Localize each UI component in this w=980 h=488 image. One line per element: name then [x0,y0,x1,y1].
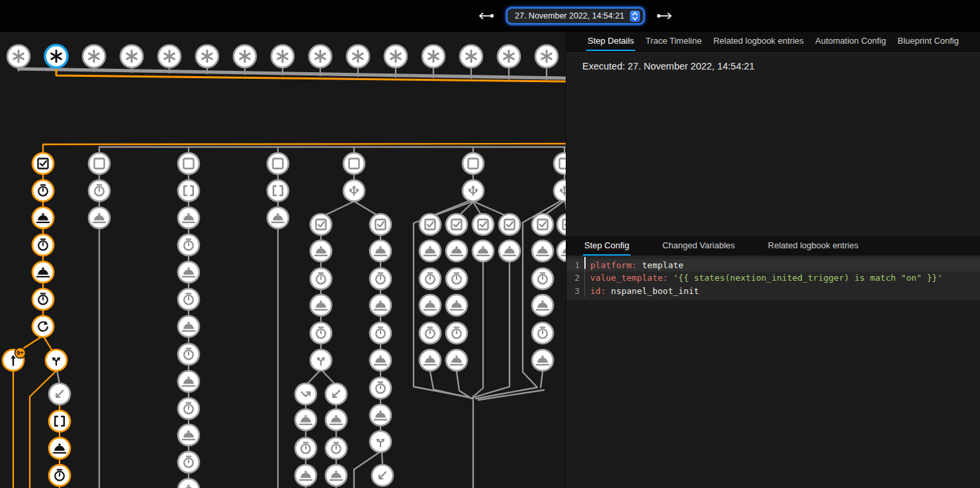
node-service-call[interactable] [370,240,391,262]
node-checkbox-blank[interactable] [89,153,110,174]
node-service-call[interactable] [370,295,391,316]
node-asterisk[interactable] [535,45,558,68]
node-service-call[interactable] [178,479,199,488]
node-timer[interactable] [295,438,316,459]
tab-trace-timeline[interactable]: Trace Timeline [645,32,703,51]
node-service-call[interactable] [420,350,441,371]
tab-step-details[interactable]: Step Details [586,32,635,51]
node-checkbox-blank[interactable] [267,153,289,174]
tab-changed-variables[interactable]: Changed Variables [661,236,736,256]
node-service-call[interactable] [32,262,54,283]
node-timer[interactable] [446,268,467,289]
tab-blueprint-config[interactable]: Blueprint Config [896,32,960,51]
node-timer[interactable] [178,234,199,256]
node-asterisk[interactable] [422,45,445,68]
node-arrow-bottom-left[interactable] [326,383,347,405]
node-service-call[interactable] [326,409,347,430]
node-checkbox-marked[interactable] [499,214,520,235]
node-timer[interactable] [370,322,391,344]
node-asterisk[interactable] [120,45,143,68]
node-code-brackets[interactable] [178,180,199,201]
node-timer[interactable] [89,180,110,201]
node-timer[interactable] [420,322,441,344]
node-service-call[interactable] [89,207,110,228]
node-service-call[interactable] [32,207,54,228]
node-timer[interactable] [32,234,54,256]
node-service-call[interactable] [178,424,199,446]
node-timer[interactable] [49,465,70,486]
node-split[interactable] [46,350,67,371]
node-checkbox-marked[interactable] [557,214,566,235]
node-checkbox-marked[interactable] [446,214,467,235]
node-asterisk[interactable] [234,45,256,68]
node-timer[interactable] [446,322,467,344]
node-arrow-bottom-left[interactable] [372,465,393,486]
node-service-call[interactable] [532,295,553,316]
node-timer[interactable] [178,344,199,365]
tab-related-logbook-entries[interactable]: Related logbook entries [712,32,805,51]
node-service-call[interactable] [370,350,391,371]
node-timer[interactable] [178,452,199,473]
node-checkbox-marked[interactable] [370,214,391,235]
node-arrow-bottom-left[interactable] [49,383,70,405]
node-asterisk[interactable] [158,45,181,68]
node-timer[interactable] [310,322,332,344]
node-service-call[interactable] [310,295,332,316]
node-choose[interactable] [463,180,484,201]
run-selector-dropdown[interactable]: 27. November 2022, 14:54:21 [506,7,645,24]
node-choose[interactable] [554,180,566,201]
node-asterisk[interactable] [7,45,30,68]
node-timer[interactable] [178,398,199,419]
node-asterisk[interactable] [498,45,520,68]
node-timer[interactable] [532,322,553,344]
node-timer[interactable] [178,289,199,310]
step-config-code[interactable]: 1platform: template2value_template: '{{ … [566,256,980,300]
node-service-call[interactable] [326,465,347,486]
node-choose[interactable] [343,180,365,201]
previous-run-button[interactable] [475,9,498,23]
tab-automation-config[interactable]: Automation Config [814,32,887,51]
node-repeat[interactable] [32,316,54,337]
node-checkbox-blank[interactable] [178,153,199,174]
node-timer[interactable] [32,180,54,201]
node-asterisk[interactable] [83,45,105,68]
node-asterisk[interactable] [384,45,407,68]
node-service-call[interactable] [557,240,566,262]
node-timer[interactable] [420,268,441,289]
node-asterisk[interactable] [460,45,482,68]
node-timer[interactable] [370,268,391,289]
node-service-call[interactable] [49,438,70,459]
node-service-call[interactable] [295,465,316,486]
node-timer[interactable] [532,268,553,289]
node-split[interactable] [310,350,332,371]
node-asterisk[interactable] [347,45,369,68]
node-service-call[interactable] [499,240,520,262]
node-code-brackets[interactable] [267,180,289,201]
node-service-call[interactable] [178,262,199,283]
node-asterisk[interactable] [309,45,332,68]
node-asterisk[interactable] [271,45,294,68]
next-run-button[interactable] [653,9,676,23]
node-service-call[interactable] [178,316,199,337]
node-code-brackets[interactable] [49,411,70,432]
node-service-call[interactable] [178,371,199,392]
node-service-call[interactable] [267,207,289,228]
node-checkbox-marked[interactable] [310,214,332,235]
node-service-call[interactable] [532,240,553,262]
node-service-call[interactable] [310,240,332,262]
node-service-call[interactable] [446,350,467,371]
node-timer[interactable] [370,377,391,399]
node-checkbox-marked[interactable] [420,214,441,235]
node-service-call[interactable] [420,240,441,262]
node-timer[interactable] [310,268,332,289]
node-call-missed[interactable] [295,383,316,405]
tab-related-logbook-entries[interactable]: Related logbook entries [767,236,860,256]
tab-step-config[interactable]: Step Config [583,236,631,256]
node-timer[interactable] [32,289,54,310]
node-asterisk[interactable] [196,45,218,68]
node-service-call[interactable] [532,350,553,371]
node-service-call[interactable] [446,295,467,316]
node-checkbox-marked[interactable] [32,153,54,174]
node-checkbox-marked[interactable] [472,214,494,235]
node-asterisk[interactable] [45,45,67,68]
